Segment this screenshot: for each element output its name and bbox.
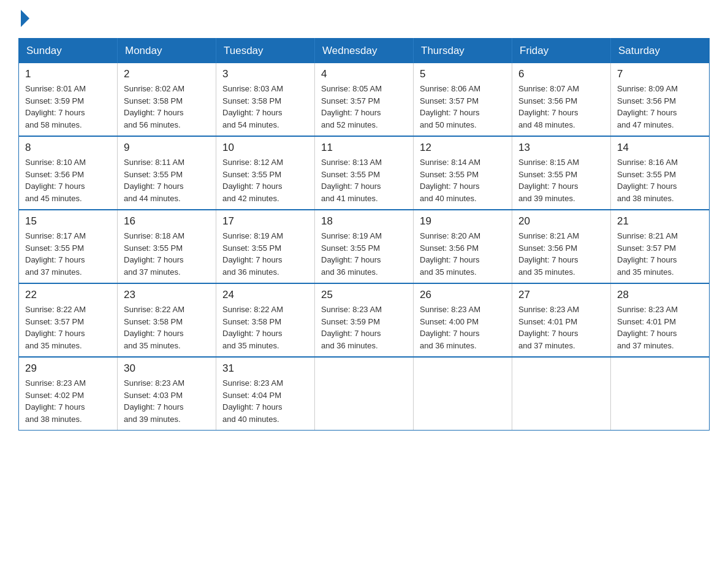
day-number: 11 <box>321 142 407 154</box>
day-number: 18 <box>321 215 407 228</box>
day-info: Sunrise: 8:21 AM Sunset: 3:56 PM Dayligh… <box>518 230 604 278</box>
day-info: Sunrise: 8:21 AM Sunset: 3:57 PM Dayligh… <box>617 230 703 278</box>
day-info: Sunrise: 8:22 AM Sunset: 3:58 PM Dayligh… <box>124 304 210 351</box>
calendar-cell <box>512 357 611 431</box>
day-info: Sunrise: 8:09 AM Sunset: 3:56 PM Dayligh… <box>617 83 703 131</box>
calendar-week-row: 29 Sunrise: 8:23 AM Sunset: 4:02 PM Dayl… <box>19 357 710 431</box>
calendar-cell: 16 Sunrise: 8:18 AM Sunset: 3:55 PM Dayl… <box>118 210 216 283</box>
calendar-cell <box>414 357 512 431</box>
calendar-day-header: Wednesday <box>315 39 414 64</box>
calendar-cell: 12 Sunrise: 8:14 AM Sunset: 3:55 PM Dayl… <box>414 136 512 210</box>
day-number: 28 <box>617 289 703 301</box>
day-info: Sunrise: 8:16 AM Sunset: 3:55 PM Dayligh… <box>617 156 703 204</box>
day-info: Sunrise: 8:22 AM Sunset: 3:57 PM Dayligh… <box>25 304 111 351</box>
day-info: Sunrise: 8:03 AM Sunset: 3:58 PM Dayligh… <box>222 83 308 131</box>
day-info: Sunrise: 8:23 AM Sunset: 4:01 PM Dayligh… <box>518 304 604 351</box>
day-info: Sunrise: 8:02 AM Sunset: 3:58 PM Dayligh… <box>124 83 210 131</box>
day-info: Sunrise: 8:13 AM Sunset: 3:55 PM Dayligh… <box>321 156 407 204</box>
calendar-cell: 21 Sunrise: 8:21 AM Sunset: 3:57 PM Dayl… <box>611 210 710 283</box>
day-info: Sunrise: 8:10 AM Sunset: 3:56 PM Dayligh… <box>25 156 111 204</box>
day-number: 14 <box>617 142 703 154</box>
calendar-cell: 11 Sunrise: 8:13 AM Sunset: 3:55 PM Dayl… <box>315 136 414 210</box>
calendar-table: SundayMondayTuesdayWednesdayThursdayFrid… <box>18 38 710 431</box>
day-info: Sunrise: 8:19 AM Sunset: 3:55 PM Dayligh… <box>321 230 407 278</box>
calendar-day-header: Tuesday <box>216 39 315 64</box>
day-info: Sunrise: 8:23 AM Sunset: 4:03 PM Dayligh… <box>124 377 210 425</box>
calendar-cell <box>611 357 710 431</box>
calendar-day-header: Saturday <box>611 39 710 64</box>
calendar-cell: 22 Sunrise: 8:22 AM Sunset: 3:57 PM Dayl… <box>19 283 118 357</box>
day-number: 12 <box>420 142 506 154</box>
calendar-cell: 8 Sunrise: 8:10 AM Sunset: 3:56 PM Dayli… <box>19 136 118 210</box>
day-number: 23 <box>124 289 210 301</box>
day-number: 30 <box>124 362 210 375</box>
day-info: Sunrise: 8:23 AM Sunset: 4:04 PM Dayligh… <box>222 377 308 425</box>
calendar-cell <box>315 357 414 431</box>
day-info: Sunrise: 8:15 AM Sunset: 3:55 PM Dayligh… <box>518 156 604 204</box>
calendar-cell: 25 Sunrise: 8:23 AM Sunset: 3:59 PM Dayl… <box>315 283 414 357</box>
day-number: 10 <box>222 142 308 154</box>
calendar-week-row: 1 Sunrise: 8:01 AM Sunset: 3:59 PM Dayli… <box>19 63 710 136</box>
day-number: 6 <box>518 68 604 80</box>
day-info: Sunrise: 8:01 AM Sunset: 3:59 PM Dayligh… <box>25 83 111 131</box>
calendar-cell: 30 Sunrise: 8:23 AM Sunset: 4:03 PM Dayl… <box>118 357 216 431</box>
day-number: 24 <box>222 289 308 301</box>
day-number: 7 <box>617 68 703 80</box>
calendar-cell: 5 Sunrise: 8:06 AM Sunset: 3:57 PM Dayli… <box>414 63 512 136</box>
day-number: 8 <box>25 142 111 154</box>
day-number: 22 <box>25 289 111 301</box>
calendar-day-header: Friday <box>512 39 611 64</box>
page-header <box>18 12 710 26</box>
calendar-cell: 13 Sunrise: 8:15 AM Sunset: 3:55 PM Dayl… <box>512 136 611 210</box>
day-info: Sunrise: 8:17 AM Sunset: 3:55 PM Dayligh… <box>25 230 111 278</box>
calendar-cell: 17 Sunrise: 8:19 AM Sunset: 3:55 PM Dayl… <box>216 210 315 283</box>
day-info: Sunrise: 8:05 AM Sunset: 3:57 PM Dayligh… <box>321 83 407 131</box>
calendar-cell: 3 Sunrise: 8:03 AM Sunset: 3:58 PM Dayli… <box>216 63 315 136</box>
calendar-week-row: 22 Sunrise: 8:22 AM Sunset: 3:57 PM Dayl… <box>19 283 710 357</box>
calendar-cell: 9 Sunrise: 8:11 AM Sunset: 3:55 PM Dayli… <box>118 136 216 210</box>
day-number: 15 <box>25 215 111 228</box>
day-info: Sunrise: 8:20 AM Sunset: 3:56 PM Dayligh… <box>420 230 506 278</box>
calendar-cell: 18 Sunrise: 8:19 AM Sunset: 3:55 PM Dayl… <box>315 210 414 283</box>
day-number: 3 <box>222 68 308 80</box>
day-number: 26 <box>420 289 506 301</box>
day-number: 17 <box>222 215 308 228</box>
calendar-cell: 31 Sunrise: 8:23 AM Sunset: 4:04 PM Dayl… <box>216 357 315 431</box>
calendar-cell: 27 Sunrise: 8:23 AM Sunset: 4:01 PM Dayl… <box>512 283 611 357</box>
calendar-cell: 1 Sunrise: 8:01 AM Sunset: 3:59 PM Dayli… <box>19 63 118 136</box>
calendar-cell: 24 Sunrise: 8:22 AM Sunset: 3:58 PM Dayl… <box>216 283 315 357</box>
day-number: 20 <box>518 215 604 228</box>
logo <box>18 12 29 26</box>
day-number: 27 <box>518 289 604 301</box>
calendar-header-row: SundayMondayTuesdayWednesdayThursdayFrid… <box>19 39 710 64</box>
day-number: 1 <box>25 68 111 80</box>
day-info: Sunrise: 8:23 AM Sunset: 4:02 PM Dayligh… <box>25 377 111 425</box>
logo-arrow-icon <box>21 10 29 27</box>
calendar-cell: 6 Sunrise: 8:07 AM Sunset: 3:56 PM Dayli… <box>512 63 611 136</box>
day-info: Sunrise: 8:23 AM Sunset: 4:01 PM Dayligh… <box>617 304 703 351</box>
day-info: Sunrise: 8:19 AM Sunset: 3:55 PM Dayligh… <box>222 230 308 278</box>
day-number: 13 <box>518 142 604 154</box>
calendar-cell: 15 Sunrise: 8:17 AM Sunset: 3:55 PM Dayl… <box>19 210 118 283</box>
calendar-cell: 20 Sunrise: 8:21 AM Sunset: 3:56 PM Dayl… <box>512 210 611 283</box>
day-info: Sunrise: 8:07 AM Sunset: 3:56 PM Dayligh… <box>518 83 604 131</box>
day-number: 5 <box>420 68 506 80</box>
day-number: 31 <box>222 362 308 375</box>
calendar-cell: 29 Sunrise: 8:23 AM Sunset: 4:02 PM Dayl… <box>19 357 118 431</box>
day-number: 19 <box>420 215 506 228</box>
calendar-day-header: Thursday <box>414 39 512 64</box>
calendar-cell: 2 Sunrise: 8:02 AM Sunset: 3:58 PM Dayli… <box>118 63 216 136</box>
calendar-cell: 14 Sunrise: 8:16 AM Sunset: 3:55 PM Dayl… <box>611 136 710 210</box>
day-number: 21 <box>617 215 703 228</box>
day-info: Sunrise: 8:18 AM Sunset: 3:55 PM Dayligh… <box>124 230 210 278</box>
calendar-day-header: Monday <box>118 39 216 64</box>
day-number: 9 <box>124 142 210 154</box>
calendar-cell: 4 Sunrise: 8:05 AM Sunset: 3:57 PM Dayli… <box>315 63 414 136</box>
day-info: Sunrise: 8:11 AM Sunset: 3:55 PM Dayligh… <box>124 156 210 204</box>
day-info: Sunrise: 8:22 AM Sunset: 3:58 PM Dayligh… <box>222 304 308 351</box>
day-info: Sunrise: 8:12 AM Sunset: 3:55 PM Dayligh… <box>222 156 308 204</box>
day-info: Sunrise: 8:23 AM Sunset: 4:00 PM Dayligh… <box>420 304 506 351</box>
calendar-week-row: 8 Sunrise: 8:10 AM Sunset: 3:56 PM Dayli… <box>19 136 710 210</box>
day-number: 4 <box>321 68 407 80</box>
day-info: Sunrise: 8:23 AM Sunset: 3:59 PM Dayligh… <box>321 304 407 351</box>
